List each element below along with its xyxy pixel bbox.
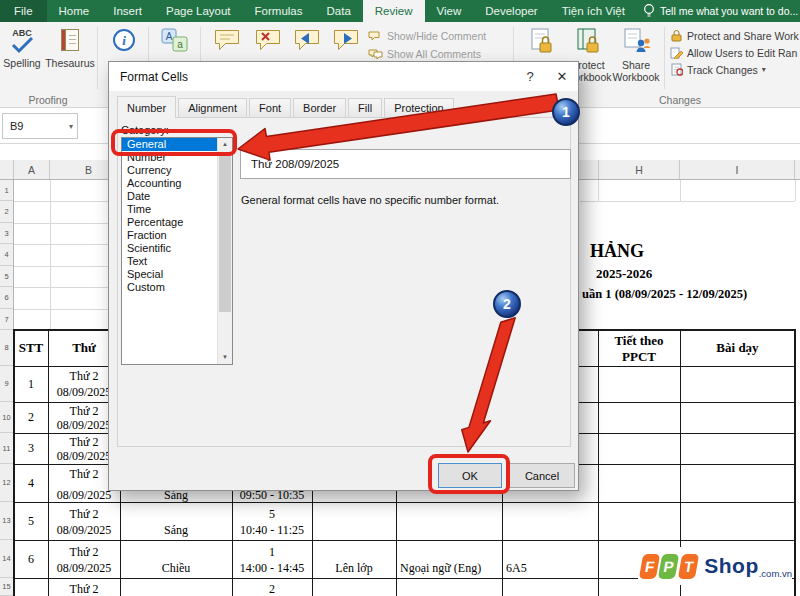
protect-workbook-icon [573, 26, 603, 56]
category-scrollbar[interactable]: ▲ ▼ [217, 138, 232, 364]
table-cell[interactable]: 14:00 - 14:45 [232, 561, 312, 576]
category-item-percentage[interactable]: Percentage [122, 216, 217, 229]
table-header-stt[interactable]: STT [14, 330, 48, 366]
category-item-custom[interactable]: Custom [122, 281, 217, 294]
dialog-tab-protection[interactable]: Protection [384, 98, 454, 117]
table-cell[interactable]: 10:40 - 11:25 [232, 523, 312, 538]
row-header[interactable]: 14 [0, 540, 13, 578]
row-header[interactable]: 1 [0, 180, 13, 201]
dialog-close-button[interactable]: ✕ [546, 69, 578, 84]
cancel-button[interactable]: Cancel [509, 463, 575, 488]
dialog-help-button[interactable]: ? [514, 69, 546, 84]
tab-tien-ich-viet[interactable]: Tiện ích Việt [550, 0, 637, 22]
row-header[interactable]: 6 [0, 287, 13, 309]
dialog-tab-alignment[interactable]: Alignment [178, 98, 247, 117]
row-header[interactable]: 10 [0, 402, 13, 433]
row-header[interactable]: 11 [0, 433, 13, 464]
dialog-tab-fill[interactable]: Fill [348, 98, 382, 117]
spelling-button[interactable]: ABC Spelling [2, 26, 42, 69]
row-header[interactable]: 7 [0, 309, 13, 330]
row-header[interactable]: 3 [0, 223, 13, 244]
table-cell[interactable]: 5 [232, 507, 312, 522]
show-all-comments-button[interactable]: Show All Comments [368, 48, 481, 60]
table-cell[interactable]: Thứ 2 [48, 583, 120, 596]
category-item-date[interactable]: Date [122, 190, 217, 203]
category-item-text[interactable]: Text [122, 255, 217, 268]
thesaurus-button[interactable]: Thesaurus [44, 26, 96, 69]
scrollbar-thumb[interactable] [219, 152, 231, 312]
next-comment-button[interactable] [328, 26, 364, 54]
table-cell[interactable]: 1 [14, 366, 48, 402]
dialog-tab-number[interactable]: Number [117, 96, 176, 118]
table-cell[interactable]: 08/09/2025 [48, 561, 120, 576]
table-cell[interactable]: 5 [14, 502, 48, 540]
tab-formulas[interactable]: Formulas [243, 0, 315, 22]
table-cell[interactable]: 4 [14, 464, 48, 502]
table-cell[interactable]: 6A5 [502, 561, 598, 576]
smart-lookup-button[interactable]: i [103, 26, 145, 54]
table-header-ppct[interactable]: PPCT [598, 349, 680, 364]
dialog-tab-font[interactable]: Font [249, 98, 291, 117]
new-comment-button[interactable] [206, 26, 248, 54]
name-box-dropdown-icon[interactable]: ▾ [69, 122, 73, 131]
protect-share-workbook-button[interactable]: Protect and Share Work [670, 29, 799, 42]
tell-me-search[interactable]: Tell me what you want to do... [643, 0, 800, 22]
table-cell[interactable]: Ngoại ngữ (Eng) [396, 561, 502, 576]
translate-button[interactable]: Aa [153, 26, 197, 54]
table-cell[interactable]: 1 [232, 545, 312, 560]
tab-page-layout[interactable]: Page Layout [154, 0, 243, 22]
table-header-tiet-theo[interactable]: Tiết theo [598, 333, 680, 348]
column-header-i[interactable]: I [680, 160, 795, 179]
table-cell[interactable]: Chiều [120, 561, 232, 576]
table-header-bai-day[interactable]: Bài dạy [680, 330, 795, 366]
row-header[interactable]: 4 [0, 244, 13, 266]
row-header[interactable]: 5 [0, 266, 13, 287]
previous-comment-button[interactable] [289, 26, 325, 54]
row-header[interactable]: 8 [0, 330, 13, 366]
row-header[interactable]: 9 [0, 366, 13, 402]
dialog-tab-border[interactable]: Border [293, 98, 346, 117]
track-changes-button[interactable]: Track Changes ▾ [670, 63, 766, 76]
category-item-time[interactable]: Time [122, 203, 217, 216]
tab-review[interactable]: Review [363, 0, 425, 22]
scroll-down-icon[interactable]: ▼ [218, 351, 232, 364]
table-cell[interactable]: Lên lớp [312, 561, 396, 576]
fpt-logo-letter: F [639, 554, 661, 579]
table-cell[interactable]: 2 [232, 583, 312, 596]
category-item-scientific[interactable]: Scientific [122, 242, 217, 255]
table-cell[interactable]: 6 [14, 540, 48, 578]
table-cell[interactable]: Thứ 2 [48, 507, 120, 522]
tab-view[interactable]: View [425, 0, 474, 22]
gridline [14, 201, 108, 202]
row-header[interactable]: 15 [0, 578, 13, 596]
row-header[interactable]: 12 [0, 464, 13, 502]
share-workbook-button[interactable]: Share Workbook [612, 26, 660, 83]
category-item-currency[interactable]: Currency [122, 164, 217, 177]
gridline [680, 180, 681, 201]
category-listbox[interactable]: General Number Currency Accounting Date … [121, 137, 233, 365]
row-header[interactable]: 2 [0, 201, 13, 223]
column-header-a[interactable]: A [14, 160, 50, 179]
category-item-accounting[interactable]: Accounting [122, 177, 217, 190]
tab-developer[interactable]: Developer [473, 0, 549, 22]
category-item-fraction[interactable]: Fraction [122, 229, 217, 242]
table-cell[interactable]: Thứ 2 [48, 545, 120, 560]
show-hide-comment-button[interactable]: Show/Hide Comment [368, 30, 486, 42]
dialog-title-bar[interactable]: Format Cells ? ✕ [109, 62, 578, 91]
tab-insert[interactable]: Insert [101, 0, 154, 22]
tab-file[interactable]: File [0, 0, 47, 22]
select-all-corner[interactable] [0, 160, 14, 179]
delete-comment-button[interactable] [251, 26, 285, 54]
protect-sheet-button[interactable] [518, 26, 564, 56]
column-header-h[interactable]: H [598, 160, 680, 179]
table-cell[interactable]: 08/09/2025 [48, 523, 120, 538]
table-cell[interactable]: 2 [14, 402, 48, 433]
table-cell[interactable]: 3 [14, 433, 48, 464]
name-box[interactable]: B9 ▾ [2, 113, 78, 139]
tab-data[interactable]: Data [315, 0, 363, 22]
table-cell[interactable]: Sáng [120, 523, 232, 538]
allow-users-edit-ranges-button[interactable]: Allow Users to Edit Ran [670, 46, 797, 59]
row-header[interactable]: 13 [0, 502, 13, 540]
tab-home[interactable]: Home [47, 0, 102, 22]
category-item-special[interactable]: Special [122, 268, 217, 281]
